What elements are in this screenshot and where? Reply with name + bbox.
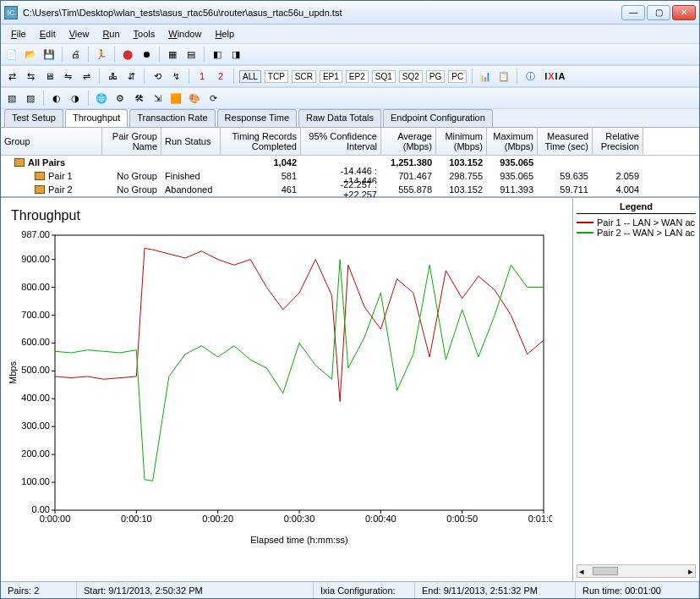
- info-icon[interactable]: ⓘ: [522, 69, 538, 84]
- filter-ep2-button[interactable]: EP2: [346, 70, 369, 83]
- svg-text:0:00:10: 0:00:10: [121, 514, 152, 524]
- filter-scr-button[interactable]: SCR: [292, 70, 316, 83]
- svg-text:0:01:00: 0:01:00: [528, 514, 552, 524]
- open-icon[interactable]: 📂: [23, 47, 38, 62]
- filter-sq2-button[interactable]: SQ2: [399, 70, 423, 83]
- scale-1-icon[interactable]: 1: [194, 69, 210, 84]
- export-icon-2[interactable]: 📋: [496, 69, 511, 84]
- new-icon[interactable]: 📄: [4, 47, 19, 62]
- statusbar: Pairs: 2 Start: 9/11/2013, 2:50:32 PM Ix…: [1, 581, 699, 598]
- menu-window[interactable]: Window: [161, 27, 208, 41]
- menu-file[interactable]: File: [4, 27, 33, 41]
- window-title: C:\Users\Tim\Desktop\wlan_tests\asus_rta…: [23, 8, 621, 18]
- filter-sq1-button[interactable]: SQ1: [372, 70, 396, 83]
- status-runtime: Run time: 00:01:00: [576, 582, 699, 598]
- tb3-icon-1[interactable]: ▧: [4, 91, 19, 106]
- svg-text:Mbps: Mbps: [8, 361, 18, 384]
- tab-raw-data-totals[interactable]: Raw Data Totals: [298, 109, 381, 127]
- export-icon-1[interactable]: 📊: [478, 69, 493, 84]
- table-row[interactable]: Pair 2No GroupAbandoned461-22.257 : +22.…: [1, 183, 699, 196]
- tb3-icon-2[interactable]: ▨: [23, 91, 38, 106]
- minimize-button[interactable]: —: [621, 5, 645, 20]
- menu-run[interactable]: Run: [96, 27, 126, 41]
- tb3-icon-9[interactable]: 🟧: [168, 91, 183, 106]
- chart-area: Throughput 0.00100.00200.00300.00400.005…: [1, 198, 572, 581]
- tool-icon-1[interactable]: ▦: [165, 47, 180, 62]
- stop-icon[interactable]: ⬤: [120, 47, 135, 62]
- titlebar[interactable]: IC C:\Users\Tim\Desktop\wlan_tests\asus_…: [1, 1, 699, 25]
- col-header-avg[interactable]: Average (Mbps): [381, 128, 436, 155]
- tab-endpoint-configuration[interactable]: Endpoint Configuration: [383, 109, 493, 127]
- svg-text:800.00: 800.00: [21, 282, 50, 292]
- close-button[interactable]: ✕: [672, 5, 696, 20]
- pairs-icon-2[interactable]: ⇆: [23, 69, 38, 84]
- col-header-ci[interactable]: 95% Confidence Interval: [301, 128, 381, 155]
- tb3-icon-3[interactable]: ◐: [49, 91, 64, 106]
- status-end: End: 9/11/2013, 2:51:32 PM: [415, 582, 576, 598]
- legend-item-1[interactable]: Pair 1 -- LAN > WAN ac: [577, 217, 696, 228]
- content-area: Throughput 0.00100.00200.00300.00400.005…: [1, 197, 699, 581]
- pairs-icon-8[interactable]: ⟲: [150, 69, 165, 84]
- tb3-icon-10[interactable]: 🎨: [187, 91, 202, 106]
- legend-item-2[interactable]: Pair 2 -- WAN > LAN ac: [577, 228, 696, 238]
- col-header-prec[interactable]: Relative Precision: [593, 128, 643, 155]
- menu-edit[interactable]: Edit: [33, 27, 63, 41]
- col-header-rs[interactable]: Run Status: [161, 128, 221, 155]
- tab-response-time[interactable]: Response Time: [217, 109, 297, 127]
- tab-throughput[interactable]: Throughput: [65, 109, 128, 127]
- pairs-icon-1[interactable]: ⇄: [4, 69, 19, 84]
- pairs-icon-7[interactable]: ⇵: [123, 69, 139, 84]
- tb3-icon-4[interactable]: ◑: [68, 91, 83, 106]
- menu-view[interactable]: View: [63, 27, 96, 41]
- svg-text:0:00:00: 0:00:00: [40, 514, 71, 524]
- app-window: IC C:\Users\Tim\Desktop\wlan_tests\asus_…: [0, 0, 700, 599]
- tb3-icon-11[interactable]: ⟳: [205, 91, 221, 106]
- pairs-icon-6[interactable]: 🖧: [105, 69, 120, 84]
- save-icon[interactable]: 💾: [41, 47, 57, 62]
- col-header-tr[interactable]: Timing Records Completed: [221, 128, 301, 155]
- svg-text:Elapsed time (h:mm:ss): Elapsed time (h:mm:ss): [250, 535, 348, 545]
- pairs-icon-9[interactable]: ↯: [168, 69, 183, 84]
- record-icon[interactable]: ⏺: [139, 47, 154, 62]
- svg-rect-0: [55, 235, 544, 510]
- tb3-icon-5[interactable]: 🌐: [94, 91, 109, 106]
- tb3-icon-7[interactable]: 🛠: [131, 91, 146, 106]
- col-header-max[interactable]: Maximum (Mbps): [487, 128, 538, 155]
- cell-pgn: No Group: [102, 169, 161, 183]
- col-header-time[interactable]: Measured Time (sec): [538, 128, 593, 155]
- print-icon[interactable]: 🖨: [68, 47, 83, 62]
- tb3-icon-6[interactable]: ⚙: [112, 91, 128, 106]
- tool-icon-3[interactable]: ◧: [210, 47, 225, 62]
- cell-pgn: [102, 156, 161, 169]
- menu-help[interactable]: Help: [208, 27, 241, 41]
- col-header-min[interactable]: Minimum (Mbps): [436, 128, 487, 155]
- filter-tcp-button[interactable]: TCP: [265, 70, 288, 83]
- run-icon[interactable]: 🏃: [94, 47, 109, 62]
- cell-rs: [161, 156, 221, 169]
- scale-2-icon[interactable]: 2: [213, 69, 228, 84]
- cell-group: All Pairs: [1, 156, 102, 169]
- svg-text:0:00:50: 0:00:50: [446, 514, 478, 524]
- maximize-button[interactable]: ▢: [647, 5, 670, 20]
- toolbar-3: ▧ ▨ ◐ ◑ 🌐 ⚙ 🛠 ⇲ 🟧 🎨 ⟳: [1, 87, 699, 109]
- filter-all-button[interactable]: ALL: [239, 70, 261, 83]
- cell-min: 103.152: [436, 156, 487, 169]
- tool-icon-4[interactable]: ◨: [228, 47, 243, 62]
- pair-icon: [35, 185, 45, 194]
- tb3-icon-8[interactable]: ⇲: [150, 91, 165, 106]
- col-header-pgn[interactable]: Pair Group Name: [102, 128, 161, 155]
- cell-prec: [593, 156, 643, 169]
- tool-icon-2[interactable]: ▤: [183, 47, 199, 62]
- legend-scrollbar[interactable]: ◂ ▸: [577, 564, 696, 578]
- filter-ep1-button[interactable]: EP1: [320, 70, 342, 83]
- pairs-icon-4[interactable]: ⇋: [60, 69, 75, 84]
- col-header-group[interactable]: Group: [1, 128, 102, 155]
- pairs-icon-5[interactable]: ⇌: [79, 69, 94, 84]
- tab-test-setup[interactable]: Test Setup: [4, 109, 63, 127]
- tab-transaction-rate[interactable]: Transaction Rate: [129, 109, 215, 127]
- pairs-icon-3[interactable]: 🖥: [41, 69, 57, 84]
- filter-pg-button[interactable]: PG: [426, 70, 445, 83]
- menu-tools[interactable]: Tools: [127, 27, 162, 41]
- status-config: Ixia Configuration:: [314, 582, 415, 598]
- filter-pc-button[interactable]: PC: [448, 70, 467, 83]
